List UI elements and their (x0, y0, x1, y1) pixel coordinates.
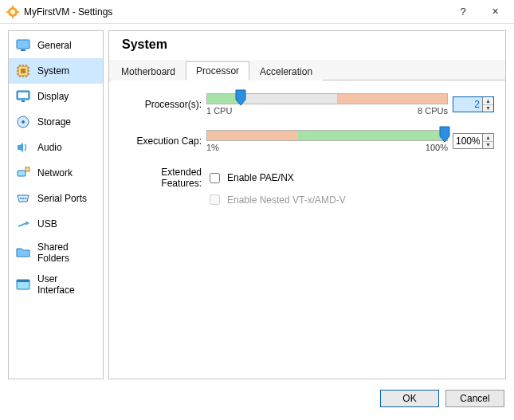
sidebar-item-label: System (37, 65, 69, 77)
sidebar-item-label: Storage (37, 116, 71, 128)
svg-rect-33 (17, 280, 29, 282)
cancel-button[interactable]: Cancel (445, 390, 504, 407)
spin-up-icon[interactable]: ▲ (483, 134, 493, 142)
tab-acceleration[interactable]: Acceleration (249, 62, 323, 80)
svg-point-29 (20, 198, 22, 199)
sidebar-item-label: Serial Ports (37, 193, 87, 204)
svg-point-30 (22, 198, 24, 199)
processors-min-label: 1 CPU (206, 106, 232, 116)
execution-cap-label: Execution Cap: (120, 135, 206, 147)
page-title: System (122, 37, 494, 52)
execution-cap-spinbox[interactable]: ▲ ▼ (453, 133, 494, 149)
checkbox-label: Enable Nested VT-x/AMD-V (227, 194, 346, 206)
execution-cap-row: Execution Cap: 1% 100% (120, 130, 494, 152)
sidebar-item-label: Shared Folders (37, 241, 96, 264)
checkbox-input (210, 194, 220, 205)
dialog-footer: OK Cancel (0, 384, 514, 413)
tab-motherboard[interactable]: Motherboard (111, 62, 186, 80)
sidebar-item-serial-ports[interactable]: Serial Ports (9, 186, 103, 211)
processors-input[interactable] (453, 97, 482, 112)
svg-point-1 (10, 10, 15, 14)
folder-icon (15, 245, 31, 261)
execution-cap-min-label: 1% (206, 143, 219, 152)
svg-rect-24 (22, 100, 25, 102)
svg-rect-9 (21, 69, 26, 73)
enable-nested-vt-checkbox: Enable Nested VT-x/AMD-V (206, 192, 346, 207)
processors-row: Processor(s): 1 CPU 8 CPUs (120, 93, 494, 116)
window-title: MyFirstVM - Settings (24, 6, 447, 18)
network-icon (15, 165, 31, 181)
processors-slider[interactable] (206, 93, 448, 104)
help-button[interactable]: ? (447, 0, 479, 24)
settings-sidebar: General System Display Storage Audio Net… (8, 30, 104, 379)
processors-spinbox[interactable]: ▲ ▼ (453, 96, 494, 112)
slider-handle-icon[interactable] (235, 89, 246, 107)
sidebar-item-label: User Interface (37, 273, 96, 296)
extended-features-label: Extended Features: (120, 167, 206, 189)
processors-label: Processor(s): (120, 99, 206, 110)
display-icon (15, 88, 31, 104)
svg-rect-27 (18, 171, 26, 176)
chip-icon (15, 63, 31, 79)
checkbox-input[interactable] (210, 173, 220, 183)
sidebar-item-usb[interactable]: USB (9, 211, 103, 237)
svg-rect-28 (26, 167, 29, 171)
app-icon (6, 6, 19, 18)
tab-processor[interactable]: Processor (186, 61, 249, 80)
processors-max-label: 8 CPUs (418, 106, 448, 116)
svg-rect-6 (17, 40, 29, 49)
sidebar-item-label: Audio (37, 142, 62, 153)
svg-point-26 (22, 120, 25, 124)
sidebar-item-display[interactable]: Display (9, 84, 103, 109)
sidebar-item-general[interactable]: General (9, 33, 103, 58)
execution-cap-max-label: 100% (426, 143, 448, 152)
checkbox-label: Enable PAE/NX (227, 172, 294, 183)
title-bar: MyFirstVM - Settings ? ✕ (0, 0, 514, 24)
tab-bar: Motherboard Processor Acceleration (109, 60, 505, 80)
sidebar-item-user-interface[interactable]: User Interface (9, 269, 103, 300)
sidebar-item-system[interactable]: System (9, 58, 103, 84)
spin-up-icon[interactable]: ▲ (483, 97, 493, 105)
enable-pae-nx-checkbox[interactable]: Enable PAE/NX (206, 171, 294, 186)
slider-handle-icon[interactable] (439, 126, 450, 143)
sidebar-item-label: Display (37, 91, 69, 102)
settings-main-panel: System Motherboard Processor Acceleratio… (108, 30, 506, 379)
svg-rect-7 (21, 49, 26, 51)
sidebar-item-audio[interactable]: Audio (9, 135, 103, 160)
extended-features-row: Extended Features: Enable PAE/NX (120, 167, 494, 189)
execution-cap-slider[interactable] (206, 130, 448, 141)
nested-vt-row: Enable Nested VT-x/AMD-V (120, 192, 494, 207)
sidebar-item-storage[interactable]: Storage (9, 109, 103, 135)
execution-cap-input[interactable] (453, 134, 482, 148)
monitor-icon (15, 37, 31, 53)
close-button[interactable]: ✕ (479, 0, 511, 24)
ok-button[interactable]: OK (380, 390, 439, 407)
sidebar-item-network[interactable]: Network (9, 160, 103, 186)
speaker-icon (15, 139, 31, 155)
spin-down-icon[interactable]: ▼ (483, 105, 493, 112)
sidebar-item-label: USB (37, 218, 57, 230)
serial-port-icon (15, 190, 31, 206)
svg-rect-23 (18, 92, 28, 98)
disk-icon (15, 114, 31, 130)
sidebar-item-label: General (37, 40, 72, 51)
usb-icon (15, 216, 31, 232)
ui-icon (15, 277, 31, 292)
sidebar-item-label: Network (37, 167, 73, 179)
sidebar-item-shared-folders[interactable]: Shared Folders (9, 237, 103, 269)
spin-down-icon[interactable]: ▼ (483, 142, 493, 149)
svg-point-31 (25, 198, 26, 199)
